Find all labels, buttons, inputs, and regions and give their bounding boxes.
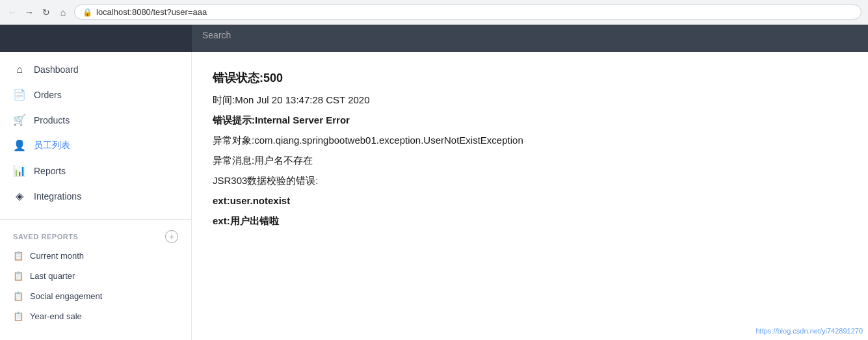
sidebar-label-integrations: Integrations — [34, 191, 81, 202]
sidebar-item-products[interactable]: 🛒 Products — [0, 107, 191, 133]
error-jsr: JSR303数据校验的错误: — [213, 172, 847, 189]
sidebar-label-reports: Reports — [34, 166, 66, 176]
report-label-year-end-sale: Year-end sale — [30, 311, 82, 321]
sidebar-nav: ⌂ Dashboard 📄 Orders 🛒 Products 👤 员工列表 📊… — [0, 52, 191, 214]
main-content: 错误状态:500 时间:Mon Jul 20 13:47:28 CST 2020… — [192, 52, 868, 340]
sidebar-item-integrations[interactable]: ◈ Integrations — [0, 183, 191, 209]
error-status: 错误状态:500 — [213, 68, 847, 88]
report-item-current-month[interactable]: 📋 Current month — [0, 246, 191, 266]
doc-icon-social-engagement: 📋 — [13, 291, 23, 301]
reports-icon: 📊 — [13, 164, 26, 177]
address-bar[interactable]: 🔒 localhost:8080/test?user=aaa — [74, 5, 861, 20]
saved-reports-header: SAVED REPORTS + — [0, 225, 191, 246]
error-ext2: ext:用户出错啦 — [213, 212, 847, 229]
reload-button[interactable]: ↻ — [40, 7, 52, 18]
search-bar[interactable]: Search — [192, 25, 868, 52]
sidebar-item-employees[interactable]: 👤 员工列表 — [0, 133, 191, 158]
report-item-social-engagement[interactable]: 📋 Social engagement — [0, 286, 191, 306]
url-text: localhost:8080/test?user=aaa — [96, 7, 207, 17]
sidebar-item-reports[interactable]: 📊 Reports — [0, 158, 191, 183]
lock-icon: 🔒 — [83, 8, 92, 17]
report-label-last-quarter: Last quarter — [30, 271, 75, 281]
browser-bar: ← → ↻ ⌂ 🔒 localhost:8080/test?user=aaa — [0, 0, 868, 25]
error-msg: 异常消息:用户名不存在 — [213, 151, 847, 169]
doc-icon-year-end-sale: 📋 — [13, 311, 23, 321]
sidebar-label-dashboard: Dashboard — [34, 64, 79, 75]
integrations-icon: ◈ — [13, 190, 26, 202]
back-button[interactable]: ← — [7, 7, 18, 18]
error-ext: ext:user.notexist — [213, 192, 847, 209]
error-exception: 异常对象:com.qiang.springbootweb01.exception… — [213, 131, 847, 149]
orders-icon: 📄 — [13, 88, 26, 101]
error-message: 错误提示:Internal Server Error — [213, 111, 847, 129]
forward-button[interactable]: → — [23, 7, 35, 18]
employees-icon: 👤 — [13, 139, 26, 151]
sidebar-label-products: Products — [34, 115, 70, 125]
home-icon: ⌂ — [13, 64, 26, 75]
sidebar-item-orders[interactable]: 📄 Orders — [0, 82, 191, 107]
doc-icon-current-month: 📋 — [13, 251, 23, 261]
sidebar-label-orders: Orders — [34, 90, 62, 100]
saved-reports-label: SAVED REPORTS — [13, 233, 78, 241]
report-item-last-quarter[interactable]: 📋 Last quarter — [0, 266, 191, 286]
report-label-current-month: Current month — [30, 251, 84, 261]
report-label-social-engagement: Social engagement — [30, 291, 102, 301]
watermark: https://blog.csdn.net/yi742891270 — [756, 327, 863, 335]
search-placeholder: Search — [202, 30, 231, 40]
report-item-year-end-sale[interactable]: 📋 Year-end sale — [0, 306, 191, 326]
home-button[interactable]: ⌂ — [57, 7, 69, 18]
doc-icon-last-quarter: 📋 — [13, 271, 23, 281]
app-logo-area — [0, 25, 192, 52]
products-icon: 🛒 — [13, 114, 26, 126]
sidebar-label-employees: 员工列表 — [34, 140, 70, 151]
sidebar-item-dashboard[interactable]: ⌂ Dashboard — [0, 57, 191, 82]
add-report-button[interactable]: + — [165, 230, 178, 243]
sidebar: ⌂ Dashboard 📄 Orders 🛒 Products 👤 员工列表 📊… — [0, 52, 192, 340]
sidebar-divider — [0, 219, 191, 220]
error-time: 时间:Mon Jul 20 13:47:28 CST 2020 — [213, 91, 847, 109]
